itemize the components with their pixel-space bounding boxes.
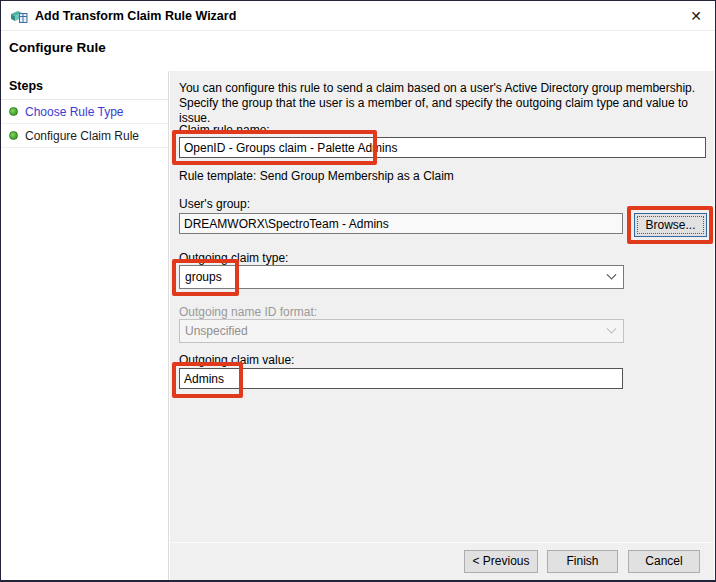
chevron-down-icon [607, 269, 617, 279]
outgoing-claim-value-label: Outgoing claim value: [179, 353, 294, 367]
outgoing-claim-type-value: groups [185, 270, 222, 284]
close-icon: ✕ [690, 8, 702, 24]
users-group-input[interactable] [179, 213, 623, 234]
configure-rule-panel: You can configure this rule to send a cl… [170, 71, 714, 580]
sidebar-item-choose-rule-type[interactable]: Choose Rule Type [1, 100, 168, 124]
outgoing-claim-type-label: Outgoing claim type: [179, 251, 288, 265]
outgoing-claim-type-select[interactable]: groups [179, 265, 624, 289]
browse-button[interactable]: Browse... [634, 213, 707, 237]
page-title: Configure Rule [9, 40, 106, 55]
wizard-app-icon [10, 8, 28, 24]
outgoing-claim-value-input[interactable] [179, 368, 623, 389]
cancel-button[interactable]: Cancel [628, 550, 700, 573]
sidebar-item-configure-claim-rule[interactable]: Configure Claim Rule [1, 124, 168, 148]
rule-template-text: Rule template: Send Group Membership as … [179, 169, 454, 183]
step-label: Choose Rule Type [25, 105, 124, 119]
users-group-label: User's group: [179, 197, 250, 211]
step-label: Configure Claim Rule [25, 129, 139, 143]
title-bar: Add Transform Claim Rule Wizard ✕ [1, 1, 715, 31]
close-button[interactable]: ✕ [685, 5, 707, 27]
step-complete-icon [9, 131, 18, 140]
chevron-down-icon [607, 323, 617, 333]
claim-rule-name-input[interactable] [179, 137, 706, 158]
outgoing-name-id-format-label: Outgoing name ID format: [179, 305, 317, 319]
previous-button[interactable]: < Previous [464, 550, 538, 573]
finish-button[interactable]: Finish [547, 550, 618, 573]
wizard-window: Add Transform Claim Rule Wizard ✕ Config… [0, 0, 716, 582]
outgoing-name-id-format-value: Unspecified [185, 324, 248, 338]
step-complete-icon [9, 107, 18, 116]
steps-heading: Steps [1, 71, 168, 100]
rule-description: You can configure this rule to send a cl… [179, 81, 709, 126]
footer-separator [170, 542, 714, 543]
steps-sidebar: Steps Choose Rule Type Configure Claim R… [1, 71, 169, 580]
claim-rule-name-label: Claim rule name: [179, 123, 270, 137]
window-title: Add Transform Claim Rule Wizard [35, 9, 236, 23]
outgoing-name-id-format-select: Unspecified [179, 319, 624, 343]
